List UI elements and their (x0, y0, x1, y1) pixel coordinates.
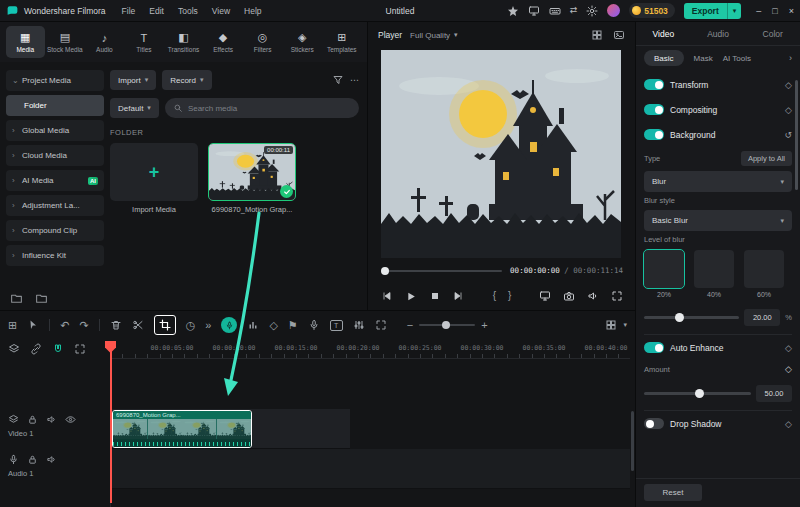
sort-select[interactable]: Default▾ (110, 98, 159, 118)
reset-section-icon[interactable]: ↺ (784, 130, 792, 140)
audio-track-lane[interactable] (110, 449, 630, 489)
chevron-down-icon[interactable]: ▾ (623, 321, 627, 329)
properties-scrollbar[interactable] (795, 80, 798, 190)
import-media-tile[interactable]: + (110, 143, 198, 201)
blur-preset-60[interactable]: 60% (744, 250, 784, 298)
audio-meter-icon[interactable] (247, 319, 259, 331)
grid-view-icon[interactable] (591, 29, 603, 41)
hide-eye-icon[interactable] (65, 414, 76, 425)
drop-shadow-toggle[interactable] (644, 418, 664, 429)
track-manager-icon[interactable] (605, 319, 617, 331)
level-value[interactable]: 20.00 (744, 309, 780, 326)
level-slider[interactable] (644, 316, 739, 319)
category-adjustment-layer[interactable]: ›Adjustment La... (6, 195, 104, 216)
timeline-ruler[interactable]: 00:00:05:00 00:00:10:00 00:00:15:00 00:0… (110, 341, 630, 359)
lock-icon[interactable] (27, 454, 38, 465)
tab-audio[interactable]: ♪Audio (85, 26, 124, 58)
category-compound-clip[interactable]: ›Compound Clip (6, 220, 104, 241)
render-preview-icon[interactable] (539, 290, 551, 302)
keyframe-icon[interactable]: ◇ (269, 320, 277, 331)
category-cloud-media[interactable]: ›Cloud Media (6, 145, 104, 166)
auto-ripple-icon[interactable] (74, 343, 86, 355)
chevron-right-icon[interactable]: › (789, 53, 792, 63)
keyframe-icon[interactable]: ◇ (785, 343, 792, 353)
record-button[interactable]: Record▾ (162, 70, 211, 90)
transform-toggle[interactable] (644, 79, 664, 90)
delete-folder-icon[interactable] (35, 292, 48, 305)
zoom-in-icon[interactable]: + (481, 320, 487, 331)
mute-speaker-icon[interactable] (46, 414, 57, 425)
record-mic-icon[interactable] (308, 319, 320, 331)
category-ai-media[interactable]: ›AI MediaAI (6, 170, 104, 191)
tab-media[interactable]: ▦Media (6, 26, 45, 58)
display-icon[interactable] (528, 5, 540, 17)
zoom-to-fit-icon[interactable] (375, 319, 387, 331)
level-slider-knob[interactable] (675, 313, 684, 322)
layers-icon[interactable] (8, 343, 20, 355)
auto-enhance-toggle[interactable] (644, 342, 664, 353)
image-preview-icon[interactable] (613, 29, 625, 41)
quality-select[interactable]: Full Quality ▾ (410, 31, 458, 40)
more-options-icon[interactable]: ⋯ (350, 76, 359, 85)
user-avatar[interactable] (607, 4, 620, 17)
menu-tools[interactable]: Tools (178, 6, 198, 16)
select-tool-icon[interactable] (27, 319, 39, 331)
media-view-icon[interactable]: ⊞ (8, 320, 17, 331)
switch-mode-icon[interactable]: ⇄ (570, 6, 578, 15)
media-clip-tile[interactable]: 00:00:11 (208, 143, 296, 201)
tab-stickers[interactable]: ◈Stickers (283, 26, 322, 58)
tab-color[interactable]: Color (745, 22, 800, 45)
mark-out-icon[interactable]: } (508, 291, 511, 301)
keyframe-icon[interactable]: ◇ (785, 419, 792, 429)
tab-transitions[interactable]: ◧Transitions (164, 26, 203, 58)
undo-icon[interactable]: ↶ (60, 320, 69, 331)
tab-stock-media[interactable]: ▤Stock Media (46, 26, 85, 58)
tab-filters[interactable]: ◎Filters (243, 26, 282, 58)
mark-in-icon[interactable]: { (493, 291, 496, 301)
amount-slider-knob[interactable] (695, 389, 704, 398)
tab-effects[interactable]: ◆Effects (204, 26, 243, 58)
redo-icon[interactable]: ↷ (79, 320, 88, 331)
subtab-ai-tools[interactable]: AI Tools (723, 54, 751, 63)
import-button[interactable]: Import▾ (110, 70, 156, 90)
shortcut-keyboard-icon[interactable] (549, 5, 561, 17)
export-caret-icon[interactable]: ▾ (728, 7, 742, 15)
new-folder-icon[interactable] (10, 292, 23, 305)
category-global-media[interactable]: ›Global Media (6, 120, 104, 141)
blur-style-select[interactable]: Basic Blur ▾ (644, 210, 792, 231)
whats-new-icon[interactable] (507, 5, 519, 17)
points-badge[interactable]: 51503 (629, 3, 675, 18)
keyframe-icon[interactable]: ◇ (785, 105, 792, 115)
crop-icon[interactable] (159, 319, 171, 331)
close-button[interactable]: × (789, 6, 794, 16)
mute-speaker-icon[interactable] (46, 454, 57, 465)
previous-frame-button[interactable] (380, 290, 392, 302)
export-button[interactable]: Export ▾ (684, 3, 741, 19)
zoom-slider-knob[interactable] (442, 321, 450, 329)
menu-view[interactable]: View (212, 6, 230, 16)
filter-funnel-icon[interactable] (332, 74, 344, 86)
next-frame-button[interactable] (453, 290, 465, 302)
maximize-button[interactable]: □ (772, 6, 777, 16)
minimize-button[interactable]: – (756, 6, 761, 16)
settings-gear-icon[interactable] (586, 5, 598, 17)
menu-help[interactable]: Help (244, 6, 261, 16)
timeline-scrollbar[interactable] (631, 411, 634, 471)
tab-audio-props[interactable]: Audio (691, 22, 746, 45)
subtab-basic[interactable]: Basic (644, 50, 684, 66)
seek-track[interactable] (381, 270, 502, 272)
blur-preset-20[interactable]: 20% (644, 250, 684, 298)
tab-video[interactable]: Video (636, 22, 691, 45)
category-folder[interactable]: Folder (6, 95, 104, 116)
reset-button[interactable]: Reset (644, 484, 702, 501)
background-type-select[interactable]: Blur ▾ (644, 171, 792, 192)
delete-icon[interactable] (110, 319, 122, 331)
timeline-clip[interactable]: 6990870_Motion Grap... (112, 410, 252, 448)
tab-templates[interactable]: ⊞Templates (323, 26, 362, 58)
video-viewport[interactable] (381, 50, 621, 258)
keyframe-icon[interactable]: ◇ (785, 364, 792, 374)
marker-icon[interactable]: ⚑ (288, 320, 298, 331)
voiceover-icon[interactable] (221, 317, 237, 333)
link-clips-icon[interactable] (30, 343, 42, 355)
background-toggle[interactable] (644, 129, 664, 140)
